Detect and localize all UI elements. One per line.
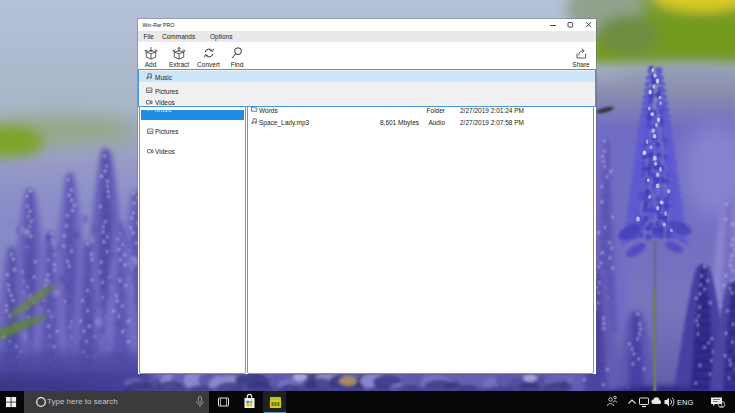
svg-text:1: 1: [720, 401, 724, 408]
